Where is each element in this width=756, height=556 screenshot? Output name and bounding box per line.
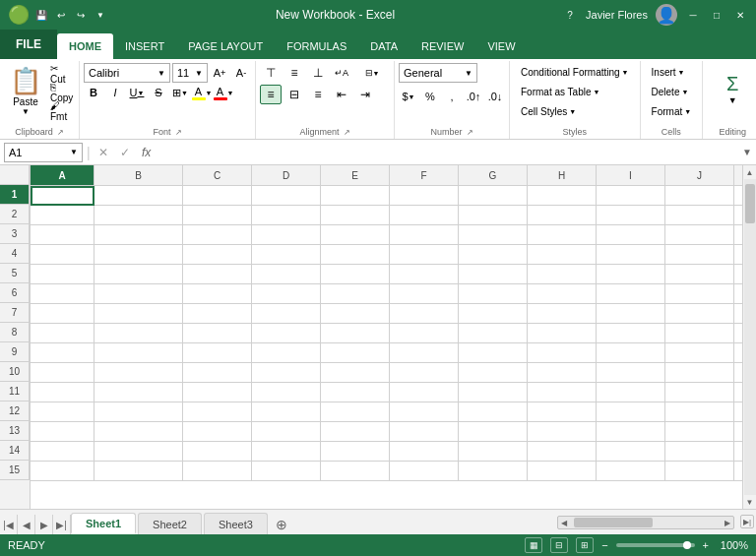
decrease-decimal-button[interactable]: .0↓ (485, 87, 505, 106)
tab-insert[interactable]: INSERT (113, 33, 176, 59)
row-header-6[interactable]: 6 (0, 283, 30, 303)
insert-cells-button[interactable]: Insert ▼ (645, 63, 692, 81)
cell-B11[interactable] (94, 383, 183, 402)
cell-H9[interactable] (528, 343, 597, 363)
cell-A4[interactable] (31, 245, 94, 265)
redo-icon[interactable]: ↪ (73, 7, 89, 23)
cell-F3[interactable] (390, 225, 459, 245)
cell-D8[interactable] (252, 324, 321, 343)
formula-input[interactable] (159, 143, 738, 162)
cell-I4[interactable] (597, 245, 665, 265)
cell-C11[interactable] (183, 383, 252, 402)
cell-B13[interactable] (94, 422, 183, 442)
align-top-button[interactable]: ⊤ (260, 63, 282, 83)
cell-E3[interactable] (321, 225, 390, 245)
strikethrough-button[interactable]: S (149, 83, 168, 102)
cell-C12[interactable] (183, 402, 252, 422)
cell-D15[interactable] (252, 462, 321, 481)
cell-J11[interactable] (665, 383, 734, 402)
row-header-12[interactable]: 12 (0, 402, 30, 421)
insert-function-button[interactable]: fx (138, 146, 156, 159)
add-sheet-button[interactable]: ⊕ (270, 515, 293, 534)
scroll-up-button[interactable]: ▲ (743, 165, 757, 179)
format-cells-button[interactable]: Format ▼ (645, 102, 699, 120)
cell-J4[interactable] (665, 245, 734, 265)
cell-B8[interactable] (94, 324, 183, 343)
cell-A1[interactable] (31, 186, 94, 206)
cell-I2[interactable] (597, 206, 665, 225)
help-icon[interactable]: ? (562, 7, 578, 23)
cell-F2[interactable] (390, 206, 459, 225)
font-expand[interactable]: ↗ (175, 128, 182, 137)
cell-D12[interactable] (252, 402, 321, 422)
cell-J1[interactable] (665, 186, 734, 206)
cell-B5[interactable] (94, 265, 183, 284)
decrease-font-button[interactable]: A- (231, 63, 251, 83)
row-header-5[interactable]: 5 (0, 264, 30, 283)
row-header-11[interactable]: 11 (0, 382, 30, 402)
cell-G11[interactable] (459, 383, 528, 402)
cell-G6[interactable] (459, 284, 528, 304)
font-size-dropdown[interactable]: ▼ (195, 69, 203, 78)
cell-G13[interactable] (459, 422, 528, 442)
sheet-nav-first[interactable]: |◀ (0, 515, 18, 534)
cell-C9[interactable] (183, 343, 252, 363)
cell-ref-dropdown[interactable]: ▼ (70, 148, 78, 156)
paste-dropdown[interactable]: ▼ (22, 107, 30, 116)
cell-E10[interactable] (321, 363, 390, 383)
cell-I13[interactable] (597, 422, 665, 442)
increase-indent-button[interactable]: ⇥ (354, 85, 376, 104)
cell-E12[interactable] (321, 402, 390, 422)
sheet-tab-sheet1[interactable]: Sheet1 (71, 513, 136, 534)
cell-F14[interactable] (390, 442, 459, 462)
cell-H7[interactable] (528, 304, 597, 324)
merge-button[interactable]: ⊟ ▼ (354, 63, 390, 83)
cell-B2[interactable] (94, 206, 183, 225)
tab-view[interactable]: VIEW (475, 33, 527, 59)
increase-decimal-button[interactable]: .0↑ (464, 87, 483, 106)
vertical-scrollbar[interactable]: ▲ ▼ (742, 165, 756, 509)
zoom-level[interactable]: 100% (717, 539, 748, 551)
col-header-H[interactable]: H (528, 165, 597, 185)
cell-E2[interactable] (321, 206, 390, 225)
cell-G12[interactable] (459, 402, 528, 422)
cell-G1[interactable] (459, 186, 528, 206)
paste-button[interactable]: 📋 Paste ▼ (4, 63, 47, 118)
font-color-button[interactable]: A ▼ (214, 83, 233, 102)
cell-C15[interactable] (183, 462, 252, 481)
cell-F1[interactable] (390, 186, 459, 206)
cell-F11[interactable] (390, 383, 459, 402)
cell-G3[interactable] (459, 225, 528, 245)
cell-A3[interactable] (31, 225, 94, 245)
row-header-14[interactable]: 14 (0, 441, 30, 461)
cell-H4[interactable] (528, 245, 597, 265)
cell-B9[interactable] (94, 343, 183, 363)
formula-bar-expand[interactable]: ▼ (742, 147, 752, 157)
cell-G8[interactable] (459, 324, 528, 343)
cell-D6[interactable] (252, 284, 321, 304)
cell-H3[interactable] (528, 225, 597, 245)
number-format-dropdown[interactable]: ▼ (465, 69, 472, 78)
row-header-1[interactable]: 1 (0, 185, 30, 205)
cut-button[interactable]: ✂ Cut (49, 65, 75, 83)
cell-D9[interactable] (252, 343, 321, 363)
cell-A5[interactable] (31, 265, 94, 284)
cell-F8[interactable] (390, 324, 459, 343)
normal-view-button[interactable]: ▦ (525, 537, 542, 553)
row-header-8[interactable]: 8 (0, 323, 30, 342)
cell-J2[interactable] (665, 206, 734, 225)
cell-G2[interactable] (459, 206, 528, 225)
cell-F13[interactable] (390, 422, 459, 442)
tab-home[interactable]: HOME (57, 33, 113, 59)
row-header-2[interactable]: 2 (0, 205, 30, 224)
undo-icon[interactable]: ↩ (53, 7, 69, 23)
cell-H6[interactable] (528, 284, 597, 304)
italic-button[interactable]: I (105, 83, 125, 102)
accounting-button[interactable]: $▼ (399, 87, 418, 106)
cell-C14[interactable] (183, 442, 252, 462)
cell-F7[interactable] (390, 304, 459, 324)
bold-button[interactable]: B (84, 83, 103, 102)
increase-font-button[interactable]: A+ (210, 63, 229, 83)
cancel-formula-button[interactable]: ✕ (94, 146, 112, 159)
cell-B6[interactable] (94, 284, 183, 304)
